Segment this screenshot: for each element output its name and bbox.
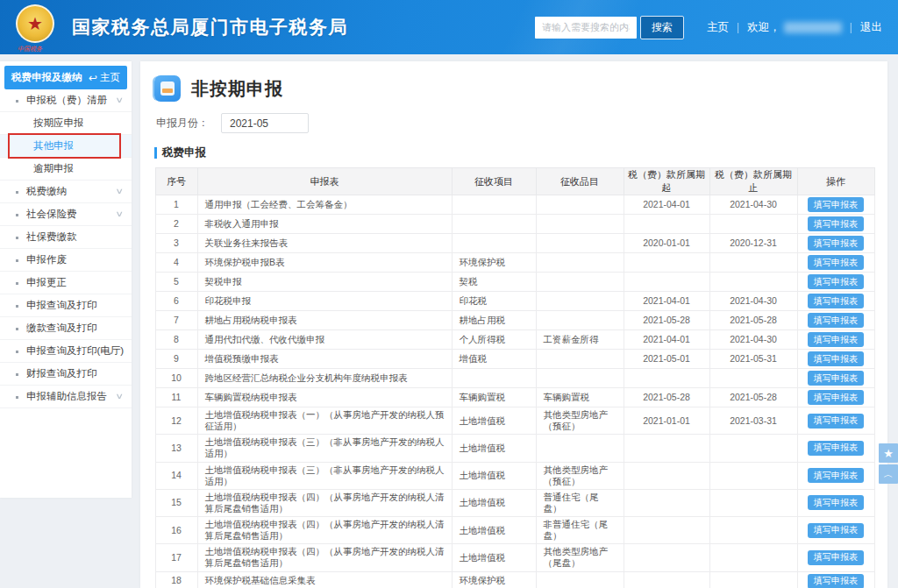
fill-form-button[interactable]: 填写申报表: [808, 216, 864, 231]
cell-period-start: [624, 253, 709, 273]
fill-form-button[interactable]: 填写申报表: [808, 197, 864, 212]
sidebar-item[interactable]: 按期应申报: [0, 112, 132, 135]
fill-form-button[interactable]: 填写申报表: [808, 390, 864, 405]
cell-levy-subitem: [536, 215, 624, 234]
cell-action: 填写申报表: [797, 462, 874, 489]
month-label: 申报月份：: [156, 116, 209, 131]
fill-form-button[interactable]: 填写申报表: [808, 495, 864, 510]
fill-form-button[interactable]: 填写申报表: [808, 294, 864, 308]
declaration-book-icon-inner: [160, 81, 175, 96]
tax-declaration-table: 序号申报表征收项目征收品目税（费）款所属期起税（费）款所属期止操作 1通用申报（…: [154, 167, 875, 588]
declaration-book-icon: [154, 75, 181, 102]
column-header: 税（费）款所属期起: [624, 168, 709, 195]
sidebar-menu: 申报税（费）清册∨按期应申报其他申报逾期申报税费缴纳∨社会保险费∨社保费缴款申报…: [0, 89, 132, 408]
search-button[interactable]: 搜索: [640, 16, 684, 39]
sidebar-item[interactable]: 申报辅助信息报告∨: [0, 386, 132, 408]
column-header: 序号: [155, 168, 197, 195]
cell-period-end: 2021-05-28: [709, 388, 797, 407]
table-row: 16土地增值税纳税申报表（四）（从事房地产开发的纳税人清算后尾盘销售适用）土地增…: [155, 517, 874, 544]
sidebar-title: 税费申报及缴纳: [11, 71, 82, 84]
sidebar-item[interactable]: 申报作废: [0, 249, 132, 272]
sidebar-item[interactable]: 申报查询及打印(电厅): [0, 340, 132, 363]
sidebar-item[interactable]: 逾期申报: [0, 158, 132, 181]
fill-form-button[interactable]: 填写申报表: [808, 550, 864, 565]
bullet-icon: [16, 191, 18, 194]
sidebar-item[interactable]: 税费缴纳∨: [0, 181, 132, 203]
sidebar-item[interactable]: 申报更正: [0, 272, 132, 294]
cell-period-end: [709, 435, 797, 462]
fill-form-button[interactable]: 填写申报表: [808, 371, 864, 386]
user-links: 主页 | 欢迎， | 退出: [707, 20, 882, 35]
sidebar-item[interactable]: 申报查询及打印: [0, 294, 132, 317]
favorite-star-button[interactable]: ★: [879, 443, 898, 463]
cell-levy-subitem: [536, 195, 624, 215]
cell-index: 5: [155, 273, 197, 292]
cell-period-start: 2020-01-01: [624, 234, 709, 253]
national-emblem-icon: ★: [16, 4, 54, 43]
chevron-down-icon: ∨: [116, 89, 125, 111]
chevron-down-icon: ∨: [116, 203, 125, 225]
cell-index: 10: [155, 369, 197, 388]
fill-form-button[interactable]: 填写申报表: [808, 332, 864, 347]
cell-form-name: 关联业务往来报告表: [197, 234, 452, 253]
fill-form-button[interactable]: 填写申报表: [808, 351, 864, 366]
home-link[interactable]: 主页: [707, 20, 729, 35]
table-row: 2非税收入通用申报填写申报表: [155, 215, 874, 234]
cell-period-start: 2021-04-01: [624, 195, 709, 215]
fill-form-button[interactable]: 填写申报表: [808, 274, 864, 289]
sidebar-item[interactable]: 申报税（费）清册∨: [0, 89, 132, 112]
sidebar-item-label: 税费缴纳: [26, 181, 67, 202]
cell-form-name: 土地增值税纳税申报表（三）（非从事房地产开发的纳税人适用）: [197, 435, 452, 462]
sidebar-item[interactable]: 社保费缴款: [0, 226, 132, 249]
cell-period-end: [709, 253, 797, 273]
cell-levy-item: [452, 369, 536, 388]
logout-link[interactable]: 退出: [860, 20, 882, 35]
cell-levy-subitem: [536, 435, 624, 462]
cell-levy-subitem: [536, 350, 624, 369]
cell-index: 1: [155, 195, 197, 215]
cell-form-name: 耕地占用税纳税申报表: [197, 311, 452, 330]
table-row: 7耕地占用税纳税申报表耕地占用税2021-05-282021-05-28填写申报…: [155, 311, 874, 330]
sidebar-item[interactable]: 缴款查询及打印: [0, 317, 132, 340]
cell-levy-subitem: 工资薪金所得: [536, 330, 624, 350]
cell-action: 填写申报表: [797, 435, 874, 462]
sidebar-item[interactable]: 其他申报: [0, 135, 132, 158]
bullet-icon: [16, 305, 18, 308]
cell-action: 填写申报表: [797, 407, 874, 435]
cell-index: 11: [155, 388, 197, 407]
cell-action: 填写申报表: [797, 330, 874, 350]
fill-form-button[interactable]: 填写申报表: [808, 236, 864, 251]
fill-form-button[interactable]: 填写申报表: [808, 574, 864, 588]
fill-form-button[interactable]: 填写申报表: [808, 523, 864, 538]
declaration-month-input[interactable]: [221, 113, 309, 133]
star-icon: ★: [883, 447, 894, 460]
fill-form-button[interactable]: 填写申报表: [808, 441, 864, 456]
cell-form-name: 非税收入通用申报: [197, 215, 452, 234]
bullet-icon: [16, 237, 18, 239]
cell-form-name: 土地增值税纳税申报表（一）（从事房地产开发的纳税人预征适用）: [197, 407, 452, 435]
back-to-top-button[interactable]: ︿: [879, 464, 898, 484]
sidebar-item[interactable]: 财报查询及打印: [0, 363, 132, 386]
cell-action: 填写申报表: [797, 544, 874, 571]
fill-form-button[interactable]: 填写申报表: [808, 313, 864, 328]
chevron-down-icon: ∨: [116, 181, 125, 202]
column-header: 征收品目: [536, 168, 624, 195]
sidebar-home-button[interactable]: ↩ 主页: [89, 71, 120, 84]
chevron-down-icon: ∨: [116, 386, 125, 407]
fill-form-button[interactable]: 填写申报表: [808, 414, 864, 429]
table-row: 10跨地区经营汇总纳税企业分支机构年度纳税申报表填写申报表: [155, 369, 874, 388]
cell-period-start: 2021-04-01: [624, 292, 709, 311]
fill-form-button[interactable]: 填写申报表: [808, 255, 864, 270]
cell-period-start: 2021-01-01: [624, 407, 709, 435]
section-header: 税费申报: [154, 145, 873, 160]
cell-levy-item: 个人所得税: [452, 330, 536, 350]
cell-period-end: [709, 571, 797, 588]
search-box: 搜索: [535, 16, 684, 39]
fill-form-button[interactable]: 填写申报表: [808, 468, 864, 483]
cell-form-name: 土地增值税纳税申报表（三）（非从事房地产开发的纳税人适用）: [197, 462, 452, 489]
sidebar-item-label: 申报查询及打印: [26, 294, 97, 316]
sidebar-item[interactable]: 社会保险费∨: [0, 203, 132, 226]
cell-levy-item: [452, 195, 536, 215]
table-row: 11车辆购置税纳税申报表车辆购置税车辆购置税2021-05-282021-05-…: [155, 388, 874, 407]
search-input[interactable]: [535, 17, 637, 39]
